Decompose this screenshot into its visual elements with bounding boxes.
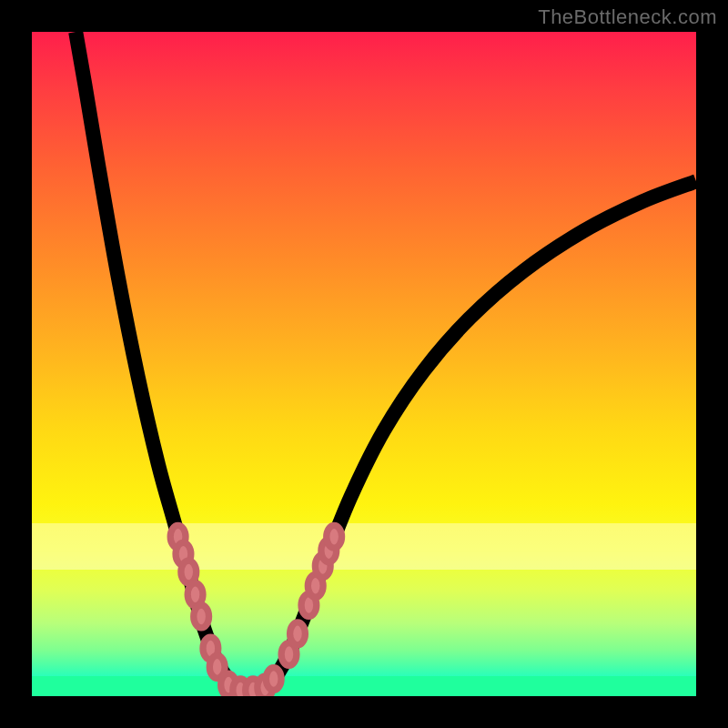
watermark-text: TheBottleneck.com — [538, 5, 717, 29]
chart-plot-area — [32, 32, 696, 696]
data-marker — [327, 525, 342, 548]
bottleneck-curve-line — [76, 32, 696, 692]
data-marker — [194, 605, 209, 628]
chart-svg — [32, 32, 696, 696]
data-marker — [290, 622, 306, 645]
data-marker — [266, 668, 281, 691]
marker-group — [170, 525, 341, 696]
data-marker — [181, 561, 197, 583]
